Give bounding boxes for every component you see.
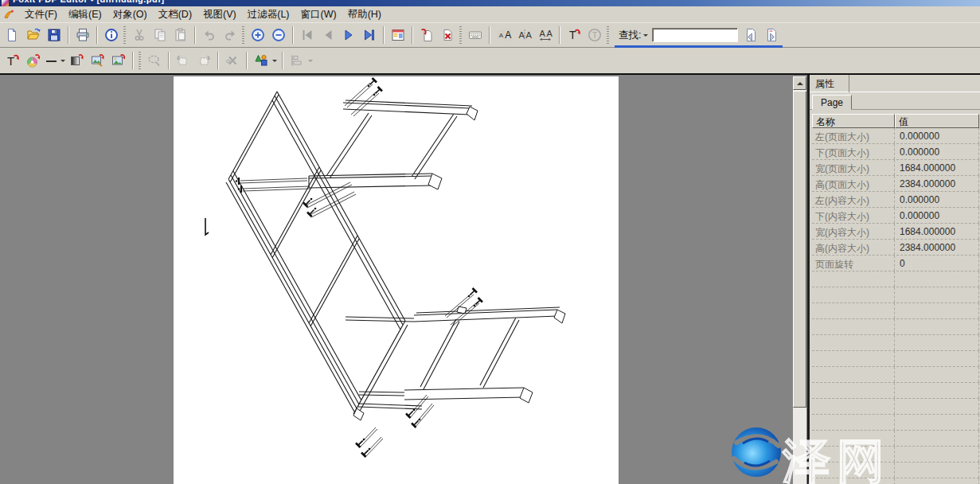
- toolbar-grip[interactable]: [139, 52, 141, 69]
- svg-text:A: A: [519, 30, 525, 40]
- toolbar-grip[interactable]: [242, 26, 244, 44]
- insert-shape-button[interactable]: [251, 50, 271, 71]
- table-row-empty: [812, 399, 979, 415]
- shape-dropdown-icon[interactable]: [272, 60, 277, 64]
- delete-page-button[interactable]: [437, 25, 458, 45]
- table-row[interactable]: 页面旋转0: [812, 256, 979, 271]
- save-button[interactable]: [44, 25, 64, 45]
- properties-table: 名称 值 左(页面大小)0.000000 下(页面大小)0.000000 宽(页…: [812, 114, 979, 484]
- menu-object[interactable]: 对象(O): [107, 6, 153, 23]
- scroll-up-button[interactable]: [793, 76, 806, 90]
- menu-view[interactable]: 视图(V): [197, 6, 242, 23]
- lasso-icon: [146, 53, 162, 68]
- menu-document[interactable]: 文档(D): [153, 6, 197, 23]
- rotate-right-button[interactable]: [193, 50, 214, 71]
- panel-title-bar: 属性: [810, 75, 980, 92]
- vertical-scrollbar[interactable]: [793, 76, 806, 484]
- find-next-button[interactable]: [761, 25, 782, 45]
- menu-help[interactable]: 帮助(H): [342, 6, 387, 23]
- workspace: 属性 Page 名称 值 左(页面大小)0.000000 下(页面大小)0.00…: [0, 74, 980, 484]
- cut-button[interactable]: [129, 25, 150, 45]
- new-document-button[interactable]: [2, 25, 23, 45]
- redo-button[interactable]: [220, 25, 240, 45]
- edit-image-icon: [90, 53, 106, 68]
- toolbar-grip[interactable]: [459, 26, 462, 44]
- delete-page-icon: [439, 27, 455, 43]
- zoom-in-button[interactable]: [248, 25, 268, 45]
- line-style-button[interactable]: [44, 50, 60, 71]
- document-info-button[interactable]: [101, 25, 122, 45]
- svg-text:T: T: [592, 30, 598, 40]
- find-dropdown-icon[interactable]: [643, 34, 648, 39]
- table-row-empty: [812, 319, 979, 335]
- previous-page-button[interactable]: [318, 25, 338, 45]
- table-row-empty: [812, 415, 979, 431]
- foxit-logo-icon: [2, 8, 16, 21]
- delete-object-button[interactable]: [222, 50, 243, 71]
- menu-file[interactable]: 文件(F): [19, 6, 63, 23]
- print-button[interactable]: [72, 25, 93, 45]
- scrollbar-thumb[interactable]: [793, 91, 806, 408]
- select-object-button[interactable]: [144, 50, 165, 71]
- page-layout-button[interactable]: [388, 25, 408, 45]
- table-row-empty: [812, 478, 979, 484]
- tab-page[interactable]: Page: [812, 95, 852, 110]
- font-size-button[interactable]: AA: [494, 25, 514, 45]
- document-page[interactable]: [174, 76, 619, 484]
- table-row[interactable]: 高(内容大小)2384.000000: [812, 240, 979, 256]
- toolbar-grip[interactable]: [123, 26, 126, 44]
- first-page-button[interactable]: [297, 25, 318, 45]
- table-row[interactable]: 左(内容大小)0.000000: [812, 192, 979, 208]
- undo-icon: [201, 27, 217, 43]
- table-row-empty: [812, 351, 979, 367]
- zoom-out-button[interactable]: [268, 25, 289, 45]
- up-arrow-icon: [797, 79, 803, 85]
- align-button[interactable]: [287, 50, 307, 71]
- copy-button[interactable]: [150, 25, 170, 45]
- text-circle-icon: T: [587, 27, 603, 43]
- line-icon: [45, 53, 59, 68]
- table-row[interactable]: 下(页面大小)0.000000: [812, 144, 979, 160]
- character-spacing-button[interactable]: AA: [535, 25, 556, 45]
- table-row[interactable]: 左(页面大小)0.000000: [812, 128, 979, 144]
- keyboard-button[interactable]: [465, 25, 486, 45]
- edit-image-button[interactable]: [88, 50, 108, 71]
- menu-edit[interactable]: 编辑(E): [63, 6, 107, 23]
- separator: [282, 52, 283, 69]
- cut-icon: [131, 27, 147, 43]
- undo-button[interactable]: [199, 25, 220, 45]
- table-row[interactable]: 高(页面大小)2384.000000: [812, 176, 979, 192]
- next-page-button[interactable]: [338, 25, 359, 45]
- insert-gradient-button[interactable]: [67, 50, 88, 71]
- line-style-dropdown-icon[interactable]: [61, 60, 65, 64]
- menu-filter[interactable]: 过滤器(L): [242, 6, 295, 23]
- kerning-button[interactable]: AA: [514, 25, 535, 45]
- find-previous-button[interactable]: [740, 25, 761, 45]
- table-row-empty: [812, 383, 979, 399]
- separator: [194, 26, 196, 44]
- page-layout-icon: [390, 27, 406, 43]
- rotate-left-button[interactable]: [173, 50, 193, 71]
- insert-text-object-button[interactable]: T: [2, 50, 23, 71]
- align-icon: [289, 53, 305, 68]
- find-next-icon: [763, 27, 779, 43]
- toolbar-grip[interactable]: [607, 26, 609, 44]
- align-dropdown-icon[interactable]: [308, 60, 313, 64]
- insert-color-button[interactable]: [23, 50, 44, 71]
- table-row[interactable]: 宽(页面大小)1684.000000: [812, 160, 979, 176]
- find-input[interactable]: [652, 28, 738, 42]
- svg-text:A: A: [540, 29, 546, 38]
- column-header-name[interactable]: 名称: [812, 114, 895, 128]
- last-page-button[interactable]: [359, 25, 380, 45]
- table-row[interactable]: 下(内容大小)0.000000: [812, 208, 979, 224]
- separator: [383, 26, 385, 44]
- text-circle-button[interactable]: T: [584, 25, 605, 45]
- paste-button[interactable]: [170, 25, 191, 45]
- menu-window[interactable]: 窗口(W): [295, 6, 342, 23]
- open-file-button[interactable]: [23, 25, 44, 45]
- table-row[interactable]: 宽(内容大小)1684.000000: [812, 224, 979, 240]
- insert-image-button[interactable]: [108, 50, 129, 71]
- insert-page-button[interactable]: [416, 25, 437, 45]
- insert-text-button[interactable]: T: [564, 25, 584, 45]
- column-header-value[interactable]: 值: [895, 114, 979, 128]
